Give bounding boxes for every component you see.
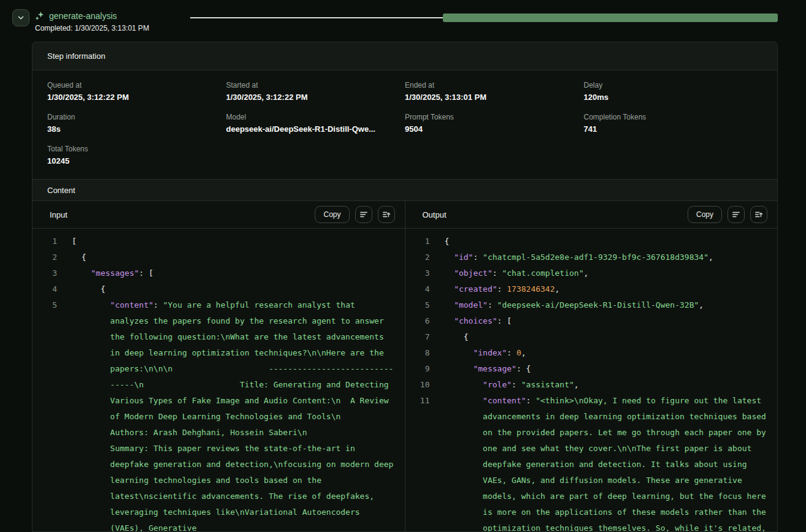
line-number: 1 bbox=[33, 234, 57, 249]
line-content: { bbox=[72, 249, 395, 265]
run-title-block: generate-analysis Completed: 1/30/2025, … bbox=[35, 11, 149, 32]
field-value: 38s bbox=[47, 124, 226, 134]
field-value: deepseek-ai/DeepSeek-R1-Distill-Qwe... bbox=[226, 124, 405, 134]
field-ended-at: Ended at 1/30/2025, 3:13:01 PM bbox=[405, 81, 584, 102]
wrap-lines-icon bbox=[732, 210, 740, 219]
format-json-icon bbox=[382, 210, 391, 219]
code-line: 5"model": "deepseek-ai/DeepSeek-R1-Disti… bbox=[405, 297, 768, 313]
line-content: { bbox=[445, 329, 768, 345]
line-number: 4 bbox=[405, 281, 430, 297]
field-completion-tokens: Completion Tokens 741 bbox=[584, 113, 763, 134]
field-label: Started at bbox=[226, 81, 405, 89]
content-section-header: Content bbox=[33, 179, 777, 201]
collapse-button[interactable] bbox=[12, 9, 29, 26]
line-content: "id": "chatcmpl-5a5d2e8e-adf1-9329-bf9c-… bbox=[445, 249, 768, 265]
line-number: 11 bbox=[405, 393, 430, 532]
sparkles-icon bbox=[35, 11, 45, 21]
code-line: 5"content": "You are a helpful research … bbox=[33, 297, 395, 532]
field-label: Total Tokens bbox=[47, 145, 226, 153]
step-info-fields: Queued at 1/30/2025, 3:12:22 PM Started … bbox=[33, 70, 777, 179]
line-number: 6 bbox=[405, 313, 430, 329]
line-number: 4 bbox=[33, 281, 57, 297]
line-content: "role": "assistant", bbox=[445, 377, 768, 393]
line-number: 5 bbox=[405, 297, 430, 313]
code-line: 10"role": "assistant", bbox=[405, 377, 768, 393]
input-panel-header: Input Copy bbox=[33, 201, 405, 229]
field-label: Model bbox=[226, 113, 405, 121]
line-content: [ bbox=[72, 234, 395, 249]
code-line: 2"id": "chatcmpl-5a5d2e8e-adf1-9329-bf9c… bbox=[405, 249, 768, 265]
code-line: 9"message": { bbox=[405, 361, 768, 377]
output-format-json-button[interactable] bbox=[750, 206, 767, 223]
line-number: 8 bbox=[405, 345, 430, 361]
content-title: Content bbox=[47, 186, 75, 195]
code-line: 3"messages": [ bbox=[33, 265, 395, 281]
field-started-at: Started at 1/30/2025, 3:12:22 PM bbox=[226, 81, 405, 102]
input-panel: Input Copy 1[2{3"messages": [4{5"content… bbox=[33, 201, 405, 532]
field-value: 741 bbox=[584, 124, 763, 134]
timeline-span-bar[interactable] bbox=[443, 13, 778, 22]
field-label: Delay bbox=[584, 81, 763, 89]
output-panel-header: Output Copy bbox=[405, 201, 778, 229]
line-content: "index": 0, bbox=[445, 345, 768, 361]
field-model: Model deepseek-ai/DeepSeek-R1-Distill-Qw… bbox=[226, 113, 405, 134]
line-content: "object": "chat.completion", bbox=[445, 265, 768, 281]
line-number: 1 bbox=[405, 234, 430, 249]
code-line: 4"created": 1738246342, bbox=[405, 281, 768, 297]
input-format-json-button[interactable] bbox=[378, 206, 395, 223]
line-number: 3 bbox=[405, 265, 430, 281]
code-line: 1[ bbox=[33, 234, 395, 249]
input-wrap-lines-button[interactable] bbox=[355, 206, 372, 223]
line-number: 2 bbox=[33, 249, 57, 265]
code-line: 8"index": 0, bbox=[405, 345, 768, 361]
output-copy-button[interactable]: Copy bbox=[688, 206, 722, 223]
run-title: generate-analysis bbox=[49, 11, 117, 21]
code-line: 6"choices": [ bbox=[405, 313, 768, 329]
output-panel-title: Output bbox=[423, 210, 688, 219]
code-line: 4{ bbox=[33, 281, 395, 297]
field-value: 10245 bbox=[47, 156, 226, 165]
output-panel: Output Copy 1{2"id": "chatcmpl-5a5d2e8e-… bbox=[405, 201, 778, 532]
field-label: Duration bbox=[47, 113, 226, 121]
line-content: { bbox=[445, 234, 768, 249]
input-copy-button[interactable]: Copy bbox=[315, 206, 349, 223]
code-line: 3"object": "chat.completion", bbox=[405, 265, 768, 281]
step-detail-card: Step information Queued at 1/30/2025, 3:… bbox=[32, 42, 778, 532]
line-number: 2 bbox=[405, 249, 430, 265]
input-panel-title: Input bbox=[50, 210, 315, 219]
format-json-icon bbox=[754, 210, 763, 219]
field-value: 9504 bbox=[405, 124, 584, 134]
field-value: 120ms bbox=[584, 93, 763, 102]
timeline-track bbox=[190, 17, 443, 18]
step-information-header: Step information bbox=[33, 42, 777, 70]
field-queued-at: Queued at 1/30/2025, 3:12:22 PM bbox=[47, 81, 226, 102]
line-number: 3 bbox=[33, 265, 57, 281]
line-number: 7 bbox=[405, 329, 430, 345]
field-value: 1/30/2025, 3:13:01 PM bbox=[405, 93, 584, 102]
code-line: 1{ bbox=[405, 234, 768, 249]
output-code-viewer[interactable]: 1{2"id": "chatcmpl-5a5d2e8e-adf1-9329-bf… bbox=[405, 229, 778, 532]
field-total-tokens: Total Tokens 10245 bbox=[47, 145, 226, 165]
field-label: Queued at bbox=[47, 81, 226, 89]
line-content: "created": 1738246342, bbox=[445, 281, 768, 297]
field-prompt-tokens: Prompt Tokens 9504 bbox=[405, 113, 584, 134]
run-header: generate-analysis Completed: 1/30/2025, … bbox=[0, 0, 806, 37]
line-content: { bbox=[72, 281, 395, 297]
output-wrap-lines-button[interactable] bbox=[727, 206, 745, 223]
line-content: "messages": [ bbox=[72, 265, 395, 281]
step-information-title: Step information bbox=[47, 51, 106, 61]
field-label: Completion Tokens bbox=[584, 113, 763, 121]
line-content: "choices": [ bbox=[445, 313, 768, 329]
line-number: 9 bbox=[405, 361, 430, 377]
run-completed-time: Completed: 1/30/2025, 3:13:01 PM bbox=[35, 24, 149, 32]
field-delay: Delay 120ms bbox=[584, 81, 763, 102]
field-value: 1/30/2025, 3:12:22 PM bbox=[47, 93, 226, 102]
code-line: 11"content": "<think>\nOkay, I need to f… bbox=[405, 393, 768, 532]
code-line: 7{ bbox=[405, 329, 768, 345]
field-label: Prompt Tokens bbox=[405, 113, 584, 121]
input-code-viewer[interactable]: 1[2{3"messages": [4{5"content": "You are… bbox=[33, 229, 405, 532]
code-line: 2{ bbox=[33, 249, 395, 265]
line-number: 5 bbox=[33, 297, 57, 532]
line-content: "model": "deepseek-ai/DeepSeek-R1-Distil… bbox=[445, 297, 768, 313]
line-content: "content": "You are a helpful research a… bbox=[72, 297, 395, 532]
